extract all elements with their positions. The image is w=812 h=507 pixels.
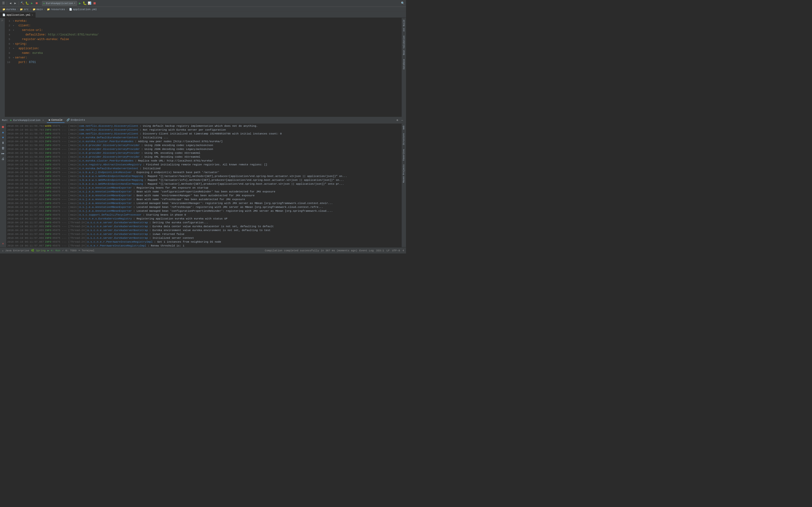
- web-panel-btn[interactable]: Web: [402, 124, 406, 131]
- log-class[interactable]: o.s.j.e.a.AnnotationMBeanExporter: [79, 205, 132, 209]
- forward-icon[interactable]: ▶: [13, 1, 17, 5]
- search-icon[interactable]: 🔍: [401, 1, 405, 5]
- log-class[interactable]: o.s.j.e.a.AnnotationMBeanExporter: [79, 190, 132, 193]
- todo-btn-status[interactable]: ✓ 6: TODO: [62, 249, 77, 252]
- run-btn-status[interactable]: ▶ 4: Run: [47, 249, 60, 252]
- log-class[interactable]: c.n.eureka.DefaultEurekaServerContext: [79, 167, 138, 170]
- log-class[interactable]: o.s.j.e.a.AnnotationMBeanExporter: [79, 198, 132, 201]
- log-class[interactable]: c.n.d.provider.DiscoveryJerseyProvider: [79, 155, 140, 159]
- structure-panel-btn[interactable]: Structure: [402, 131, 406, 147]
- tab-close-btn[interactable]: ✕: [32, 13, 33, 16]
- breadcrumb-eureka[interactable]: eureka: [6, 8, 16, 11]
- breadcrumb-main[interactable]: main: [37, 8, 43, 11]
- menu-icon[interactable]: ☰: [1, 1, 5, 5]
- log-bracket: ]: [77, 155, 79, 159]
- debug-btn[interactable]: 🐛: [83, 1, 87, 5]
- log-class[interactable]: o.s.c.support.DefaultLifecycleProcessor: [79, 213, 141, 217]
- maven-projects-btn[interactable]: Maven Projects: [402, 163, 406, 185]
- scroll-down-btn[interactable]: ▼: [1, 135, 6, 140]
- log-class[interactable]: o.s.c.n.e.server.EurekaServerBootstrap: [87, 228, 148, 232]
- database-panel-btn[interactable]: Database: [402, 57, 406, 71]
- log-class[interactable]: o.s.c.n.e.server.EurekaServerBootstrap: [87, 225, 148, 228]
- log-level: INFO: [45, 136, 51, 139]
- breadcrumb-src[interactable]: src: [24, 8, 29, 11]
- tab-filename: application.yml: [6, 13, 31, 16]
- log-class[interactable]: com.netflix.discovery.DiscoveryClient: [79, 132, 138, 136]
- event-log-btn[interactable]: Event Log: [359, 249, 373, 252]
- log-class[interactable]: o.s.c.n.e.server.EurekaServerBootstrap: [87, 232, 148, 236]
- stop2-btn[interactable]: ✕: [1, 241, 6, 246]
- breadcrumb-file[interactable]: application.yml: [73, 8, 97, 11]
- log-level: INFO: [45, 228, 51, 232]
- line-ending[interactable]: LF: [387, 249, 390, 252]
- build-icon[interactable]: 🔨: [20, 1, 24, 5]
- log-pid: 45975 --- [: [52, 244, 70, 247]
- settings-icon[interactable]: ⚙: [395, 118, 399, 122]
- run-config-selector[interactable]: ▶ EurekaApplication ▾: [42, 1, 77, 6]
- run-panel-close-btn[interactable]: ✕: [42, 119, 44, 122]
- log-message: : Setting the eureka configuration...: [149, 221, 208, 225]
- coverage-btn[interactable]: 📊: [88, 1, 92, 5]
- line-4: 4 defaultZone: http://localhost:8761/eur…: [5, 33, 402, 37]
- run-btn[interactable]: ▶: [78, 1, 82, 5]
- log-line: 2018-04-19 06:11:56.920INFO45975 --- [ m…: [6, 167, 402, 170]
- indent-size[interactable]: 4: [402, 249, 404, 252]
- log-class[interactable]: s.b.a.e.w.s.WebMvcEndpointHandlerMapping: [79, 178, 143, 182]
- file-tab-application-yml[interactable]: 📄 application.yml ✕: [0, 12, 36, 18]
- back-icon[interactable]: ◀: [8, 1, 12, 5]
- log-class[interactable]: c.n.eureka.cluster.PeerEurekaNodes: [79, 159, 134, 163]
- endpoints-tab[interactable]: 🔗 Endpoints: [64, 118, 87, 123]
- run-icon[interactable]: ▶: [30, 1, 34, 5]
- log-class[interactable]: o.s.j.e.a.AnnotationMBeanExporter: [79, 201, 132, 205]
- log-class[interactable]: s.b.a.e.w.s.WebMvcEndpointHandlerMapping: [79, 174, 143, 178]
- bean-validation-panel-btn[interactable]: Bean Validation: [402, 34, 406, 57]
- favorites-panel-btn[interactable]: Favorites: [402, 147, 406, 163]
- log-class[interactable]: c.n.d.provider.DiscoveryJerseyProvider: [79, 147, 140, 151]
- debug-icon[interactable]: 🐛: [25, 1, 29, 5]
- console-tab[interactable]: ▶ Console: [47, 118, 64, 123]
- log-class[interactable]: o.s.j.e.a.AnnotationMBeanExporter: [79, 209, 132, 213]
- minimize-icon[interactable]: —: [400, 118, 404, 122]
- encoding[interactable]: UTF-8: [392, 249, 400, 252]
- spring-btn[interactable]: 🌿 Spring: [31, 249, 45, 252]
- log-level: INFO: [45, 236, 51, 240]
- cursor-position[interactable]: 333:1: [376, 249, 384, 252]
- print-btn[interactable]: 🖨: [1, 157, 6, 161]
- log-thread: main: [70, 201, 77, 205]
- pause-btn[interactable]: ⏸: [1, 140, 6, 145]
- ant-build-panel-btn[interactable]: Ant Build: [402, 18, 406, 34]
- log-class[interactable]: com.netflix.discovery.DiscoveryClient: [79, 124, 138, 128]
- log-class[interactable]: o.s.c.n.e.s.EurekaServiceRegistry: [79, 217, 132, 221]
- log-class[interactable]: o.s.c.n.e.server.EurekaServerBootstrap: [87, 236, 148, 240]
- fold-btn[interactable]: ▶▶: [1, 151, 6, 156]
- log-class[interactable]: o.s.c.n.e.server.EurekaServerBootstrap: [87, 221, 148, 225]
- run-panel-label: Run:: [2, 119, 8, 122]
- stop-icon[interactable]: ⏹: [35, 1, 39, 5]
- log-class[interactable]: o.s.c.n.e.r.PeerAwareInstanceRegistryImp…: [87, 240, 153, 244]
- terminal-btn-status[interactable]: ⌨ Terminal: [79, 249, 95, 252]
- log-class[interactable]: c.n.eureka.DefaultEurekaServerContext: [79, 136, 138, 139]
- log-class[interactable]: o.s.j.e.a.AnnotationMBeanExporter: [79, 193, 132, 198]
- log-class[interactable]: c.n.e.registry.AbstractInstanceRegistry: [79, 163, 141, 167]
- log-class[interactable]: o.s.j.e.a.AnnotationMBeanExporter: [79, 186, 132, 190]
- log-level: INFO: [45, 139, 51, 144]
- stop-run-btn[interactable]: ⏹: [1, 125, 6, 129]
- log-message: : Located managed bean 'refreshScope': r…: [134, 205, 323, 209]
- log-class[interactable]: s.b.a.e.w.s.WebMvcEndpointHandlerMapping: [79, 182, 143, 186]
- log-class[interactable]: c.n.d.provider.DiscoveryJerseyProvider: [79, 151, 140, 155]
- main-folder-icon: 📁: [32, 7, 36, 11]
- log-level: INFO: [45, 193, 51, 198]
- stop-btn[interactable]: ⏹: [93, 1, 96, 5]
- project-panel-icon[interactable]: P: [0, 19, 4, 23]
- log-timestamp: 2018-04-19 06:11:57.066: [7, 236, 44, 240]
- scroll-up-btn[interactable]: ▲: [1, 130, 6, 135]
- clear-btn[interactable]: 🗑: [1, 146, 6, 151]
- breadcrumb-resources[interactable]: resources: [51, 8, 65, 11]
- log-class[interactable]: com.netflix.discovery.DiscoveryClient: [79, 128, 138, 132]
- log-class[interactable]: c.n.d.provider.DiscoveryJerseyProvider: [79, 144, 140, 147]
- log-thread: main: [70, 193, 77, 198]
- java-enterprise-btn[interactable]: ☕ Java Enterprise: [2, 249, 29, 252]
- log-class[interactable]: o.s.b.a.e.j.EndpointLinksResolver: [79, 170, 132, 174]
- log-class[interactable]: c.n.eureka.cluster.PeerEurekaNodes: [79, 139, 134, 144]
- log-class[interactable]: c.n.e.r.PeerAwareInstanceRegistryImpl: [87, 244, 146, 247]
